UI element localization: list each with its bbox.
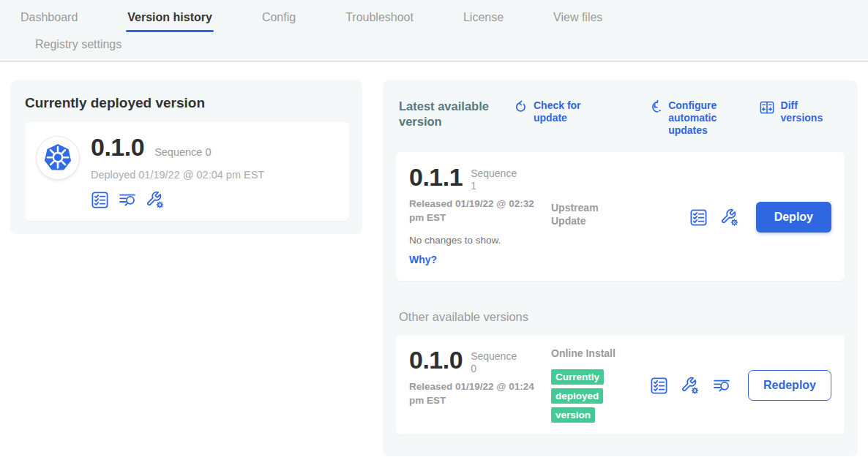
latest-version-card: 0.1.1 Sequence 1 Released 01/19/22 @ 02:…: [396, 152, 845, 281]
diff-versions-link[interactable]: Diff versions: [759, 99, 840, 124]
tab-view-files[interactable]: View files: [553, 11, 602, 32]
latest-version-controls: Deploy: [689, 164, 831, 271]
version-line: 0.1.0 Sequence 0: [409, 347, 548, 375]
kubernetes-logo: [37, 137, 79, 179]
other-version-controls: Redeploy: [650, 347, 831, 424]
latest-released-timestamp: Released 01/19/22 @ 02:32 pm EST: [409, 197, 541, 225]
other-version-source: Online Install Currently deployed versio…: [551, 347, 624, 424]
diff-versions-label: Diff versions: [781, 99, 840, 124]
why-link[interactable]: Why?: [409, 254, 437, 265]
version-line: 0.1.0 Sequence 0: [91, 134, 337, 161]
redeploy-button[interactable]: Redeploy: [748, 370, 831, 401]
check-for-update-label: Check for update: [534, 99, 614, 124]
app-nav: Dashboard Version history Config Trouble…: [0, 0, 868, 62]
preflight-checklist-icon[interactable]: [91, 191, 109, 209]
deployed-card-body: 0.1.0 Sequence 0 Deployed 01/19/22 @ 02:…: [91, 131, 337, 209]
tab-troubleshoot[interactable]: Troubleshoot: [345, 11, 414, 32]
version-actions: Check for update Configure automatic upd…: [513, 99, 843, 137]
upstream-update-label: Upstream Update: [551, 201, 616, 227]
available-versions-panel: Latest available version Check for updat…: [383, 80, 858, 456]
schedule-refresh-icon: [648, 99, 662, 114]
other-version-info: 0.1.0 Sequence 0 Released 01/19/22 @ 01:…: [409, 347, 548, 424]
version-history-page: Currently deployed version 0.1.0 Sequenc…: [0, 62, 868, 468]
check-for-update-link[interactable]: Check for update: [513, 99, 614, 124]
other-version-card: 0.1.0 Sequence 0 Released 01/19/22 @ 01:…: [396, 335, 845, 434]
latest-version-header: Latest available version Check for updat…: [399, 99, 843, 137]
currently-deployed-badge: Currently deployed version: [551, 369, 604, 423]
latest-version-number: 0.1.1: [409, 164, 463, 192]
refresh-arrow-icon: [513, 99, 528, 114]
tab-registry-settings[interactable]: Registry settings: [35, 38, 121, 51]
tab-config[interactable]: Config: [262, 11, 296, 32]
nav-row-primary: Dashboard Version history Config Trouble…: [0, 11, 868, 32]
latest-changes-text: No changes to show.: [409, 235, 548, 246]
other-sequence: Sequence 0: [471, 347, 519, 375]
configure-automatic-updates-link[interactable]: Configure automatic updates: [648, 99, 758, 137]
deploy-logs-icon[interactable]: [119, 191, 137, 209]
version-line: 0.1.1 Sequence 1: [409, 164, 548, 192]
config-wrench-gear-icon[interactable]: [146, 191, 165, 209]
deploy-button[interactable]: Deploy: [756, 202, 831, 233]
other-version-number: 0.1.0: [409, 347, 463, 375]
deployed-actions: [91, 191, 337, 209]
deployed-version-number: 0.1.0: [91, 134, 144, 161]
deployed-timestamp: Deployed 01/19/22 @ 02:04 pm EST: [91, 169, 337, 181]
latest-version-info: 0.1.1 Sequence 1 Released 01/19/22 @ 02:…: [409, 164, 548, 271]
latest-version-heading: Latest available version: [399, 99, 509, 129]
latest-version-source: Upstream Update: [551, 164, 624, 271]
other-released-timestamp: Released 01/19/22 @ 01:24 pm EST: [409, 380, 541, 408]
deploy-logs-icon[interactable]: [713, 377, 731, 395]
tab-license[interactable]: License: [463, 11, 504, 32]
tab-dashboard[interactable]: Dashboard: [20, 11, 78, 32]
nav-row-secondary: Registry settings: [0, 38, 868, 61]
deployed-sequence: Sequence 0: [154, 146, 211, 158]
online-install-label: Online Install: [551, 347, 616, 360]
configure-automatic-updates-label: Configure automatic updates: [668, 99, 758, 137]
tab-version-history[interactable]: Version history: [127, 11, 212, 32]
preflight-checklist-icon[interactable]: [689, 208, 708, 227]
config-wrench-gear-icon[interactable]: [721, 208, 739, 227]
latest-sequence: Sequence 1: [471, 164, 519, 192]
config-wrench-gear-icon[interactable]: [681, 377, 700, 395]
other-versions-heading: Other available versions: [399, 310, 843, 324]
currently-deployed-panel: Currently deployed version 0.1.0 Sequenc…: [10, 80, 362, 234]
currently-deployed-card: 0.1.0 Sequence 0 Deployed 01/19/22 @ 02:…: [25, 122, 349, 221]
diff-panels-icon: [759, 99, 775, 116]
badge-container: Currently deployed version: [551, 367, 613, 424]
preflight-checklist-icon[interactable]: [650, 377, 668, 395]
currently-deployed-title: Currently deployed version: [25, 95, 349, 111]
